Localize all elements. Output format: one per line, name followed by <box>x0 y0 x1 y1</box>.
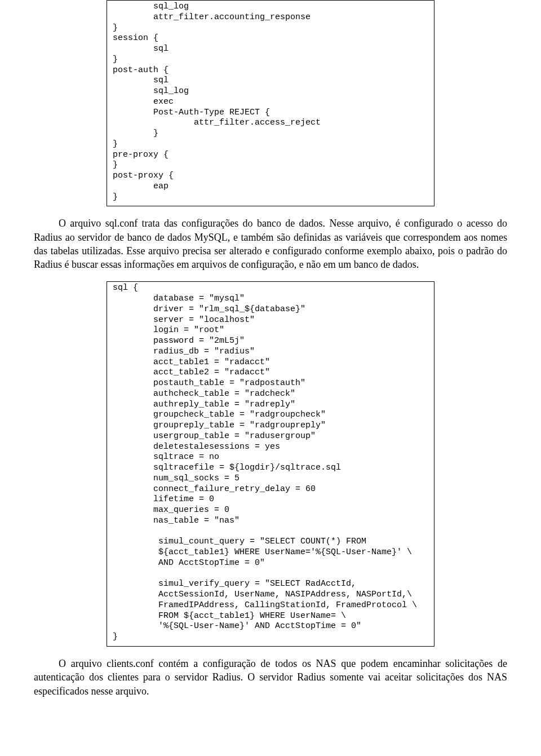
paragraph-1: O arquivo sql.conf trata das configuraçõ… <box>34 216 507 271</box>
document-page: sql_log attr_filter.accounting_response … <box>0 0 541 731</box>
code-block-2: sql { database = "mysql" driver = "rlm_s… <box>107 281 434 647</box>
paragraph-2: O arquivo clients.conf contém a configur… <box>34 657 507 698</box>
paragraph-1-text: O arquivo sql.conf trata das configuraçõ… <box>34 218 507 270</box>
paragraph-2-text: O arquivo clients.conf contém a configur… <box>34 658 507 697</box>
code-block-1: sql_log attr_filter.accounting_response … <box>107 0 434 206</box>
